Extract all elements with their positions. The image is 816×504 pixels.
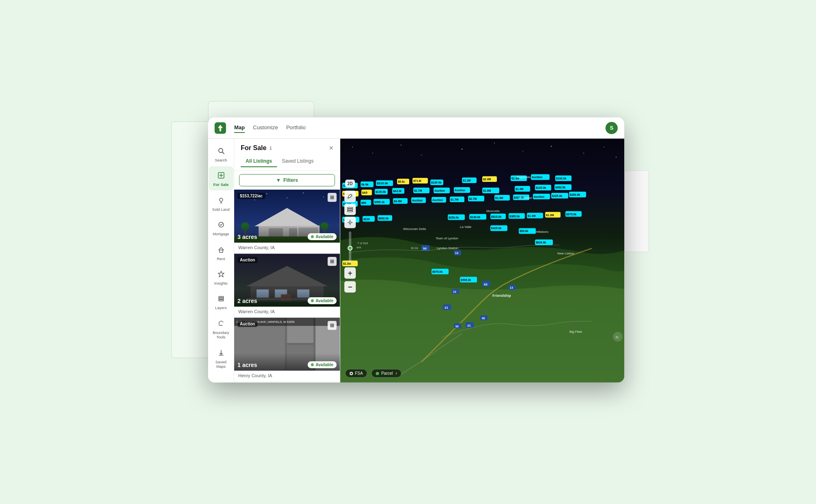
listing-county: Henry County, IA bbox=[238, 373, 272, 378]
view-2d-button[interactable]: 2D bbox=[345, 180, 355, 188]
svg-rect-9 bbox=[219, 300, 224, 301]
available-label: Available bbox=[315, 298, 333, 303]
listing-price: Auction bbox=[237, 321, 257, 327]
sidebar-item-mortgage[interactable]: Mortgage bbox=[209, 216, 233, 239]
sidebar-item-savedmaps[interactable]: Saved Maps bbox=[209, 344, 233, 372]
svg-text:82: 82 bbox=[484, 283, 488, 286]
listing-panel: For Sale ℹ × All Listings Saved Listings… bbox=[234, 139, 340, 382]
sidebar-item-forsale[interactable]: For Sale bbox=[209, 166, 233, 190]
svg-point-55 bbox=[616, 157, 616, 157]
map-area[interactable]: 90 90 $375.0k 0k 9k $S1O.0k bbox=[340, 139, 624, 382]
parcel-button[interactable]: Parcel › bbox=[371, 369, 401, 378]
available-dot bbox=[311, 363, 314, 366]
svg-text:Auction: Auction bbox=[532, 176, 542, 179]
sidebar-item-soldland[interactable]: Sold Land bbox=[209, 191, 233, 215]
available-badge: Available bbox=[308, 233, 337, 240]
svg-rect-6 bbox=[220, 250, 223, 252]
sidebar-label-forsale: For Sale bbox=[213, 182, 229, 187]
mortgage-icon bbox=[215, 219, 227, 230]
user-avatar[interactable]: S bbox=[605, 122, 618, 134]
sidebar-item-boundary[interactable]: Boundary Tools bbox=[209, 314, 233, 343]
listing-card[interactable]: Auction ⊞ 2 acres Available W bbox=[234, 254, 340, 318]
tab-saved-listings[interactable]: Saved Listings bbox=[277, 156, 319, 167]
layers-icon bbox=[215, 293, 227, 304]
svg-text:$1.7M: $1.7M bbox=[414, 189, 422, 192]
listing-price: $153,722/ac bbox=[237, 193, 265, 199]
search-icon bbox=[215, 145, 227, 157]
svg-point-47 bbox=[401, 145, 401, 146]
bg-panel-right bbox=[624, 170, 649, 252]
svg-text:21: 21 bbox=[445, 306, 448, 309]
svg-point-195 bbox=[349, 221, 351, 223]
fsa-radio bbox=[350, 372, 353, 375]
svg-text:$1.3M: $1.3M bbox=[495, 197, 503, 200]
svg-text:21: 21 bbox=[467, 324, 471, 327]
listing-county: Warren County, IA bbox=[238, 245, 275, 250]
sidebar-label-layers: Layers bbox=[215, 305, 227, 310]
savedmaps-icon bbox=[215, 347, 227, 358]
svg-text:$139.0k: $139.0k bbox=[376, 190, 386, 194]
svg-rect-192 bbox=[348, 208, 353, 209]
listing-card[interactable]: 1008 LEXINGTON AVE | WINFIELD, IA 52659 … bbox=[234, 318, 340, 382]
listing-card[interactable]: $153,722/ac ⊞ 3 acres Available bbox=[234, 190, 340, 254]
svg-text:13: 13 bbox=[453, 290, 456, 293]
available-dot bbox=[311, 299, 314, 302]
svg-text:Dyersville: Dyersville bbox=[517, 175, 531, 179]
svg-point-50 bbox=[494, 143, 495, 144]
svg-text:aire: aire bbox=[357, 246, 361, 249]
listing-overlay: 1 acres Available bbox=[234, 353, 340, 371]
svg-text:Boscobel: Boscobel bbox=[519, 196, 532, 200]
listings-scroll[interactable]: $153,722/ac ⊞ 3 acres Available bbox=[234, 190, 340, 382]
sidebar-label-insights: Insights bbox=[214, 281, 228, 285]
svg-text:Muscoda: Muscoda bbox=[486, 209, 500, 213]
tab-all-listings[interactable]: All Listings bbox=[241, 156, 277, 167]
panel-tabs: All Listings Saved Listings bbox=[241, 156, 333, 167]
sidebar-label-rent: Rent bbox=[217, 256, 225, 261]
fsa-label: FSA bbox=[355, 371, 363, 376]
svg-text:$425.0k: $425.0k bbox=[491, 227, 501, 230]
svg-text:$600.0k: $600.0k bbox=[378, 217, 388, 220]
sidebar-item-search[interactable]: Search bbox=[209, 142, 233, 166]
sidebar-item-insights[interactable]: Insights bbox=[209, 265, 233, 289]
svg-text:90: 90 bbox=[482, 317, 485, 320]
listing-save-button[interactable]: ⊞ bbox=[328, 257, 337, 266]
svg-text:$2.7M: $2.7M bbox=[469, 197, 477, 201]
icon-sidebar: Search For Sale Sold Land bbox=[208, 139, 234, 382]
zoom-out-button[interactable]: − bbox=[344, 281, 356, 293]
available-dot bbox=[311, 235, 314, 238]
available-label: Available bbox=[315, 363, 333, 367]
tab-map[interactable]: Map bbox=[234, 123, 245, 133]
zoom-slider-thumb[interactable] bbox=[348, 246, 353, 251]
tab-customize[interactable]: Customize bbox=[253, 123, 278, 133]
parcel-radio bbox=[376, 372, 379, 375]
close-button[interactable]: × bbox=[329, 144, 333, 152]
sidebar-item-layers[interactable]: Layers bbox=[209, 290, 233, 313]
filter-icon: ▼ bbox=[276, 177, 281, 183]
svg-text:$425.0k: $425.0k bbox=[552, 195, 562, 198]
listing-acres: 1 acres bbox=[237, 362, 257, 368]
svg-text:$50.0k: $50.0k bbox=[519, 230, 528, 233]
svg-text:$1.3M: $1.3M bbox=[546, 214, 554, 217]
layers-tool-button[interactable] bbox=[344, 204, 356, 215]
insights-icon bbox=[215, 268, 227, 280]
zoom-slider[interactable] bbox=[349, 232, 351, 264]
svg-rect-8 bbox=[219, 298, 224, 299]
zoom-in-button[interactable]: + bbox=[344, 267, 356, 279]
parcel-chevron: › bbox=[396, 371, 397, 376]
svg-text:90-94: 90-94 bbox=[411, 247, 418, 250]
fsa-button[interactable]: FSA bbox=[345, 369, 367, 378]
settings-tool-button[interactable] bbox=[344, 217, 356, 228]
listing-save-button[interactable]: ⊞ bbox=[328, 321, 337, 330]
svg-point-15 bbox=[303, 192, 304, 193]
pencil-tool-button[interactable] bbox=[344, 191, 356, 202]
listing-acres: 3 acres bbox=[237, 234, 257, 240]
listing-save-button[interactable]: ⊞ bbox=[328, 193, 337, 202]
info-icon[interactable]: ℹ bbox=[270, 145, 272, 151]
svg-text:$210: $210 bbox=[364, 218, 370, 221]
tab-portfolio[interactable]: Portfolio bbox=[286, 123, 306, 133]
listing-meta: Warren County, IA bbox=[234, 307, 340, 317]
svg-point-12 bbox=[254, 199, 255, 200]
sidebar-item-rent[interactable]: Rent bbox=[209, 241, 233, 264]
soldland-icon bbox=[215, 195, 227, 206]
filters-button[interactable]: ▼ Filters bbox=[239, 174, 335, 186]
